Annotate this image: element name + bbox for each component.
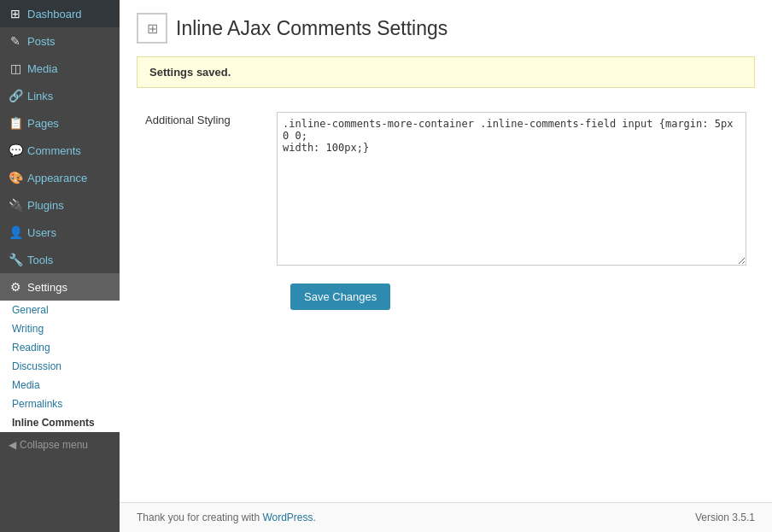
submenu-item-general[interactable]: General <box>0 301 120 319</box>
page-title-area: ⊞ Inline AJax Comments Settings <box>137 13 755 44</box>
styling-input-cell <box>268 105 755 275</box>
form-row-styling: Additional Styling <box>137 105 755 275</box>
notice-text: Settings saved. <box>149 66 231 79</box>
sidebar-label-media: Media <box>27 62 57 75</box>
sidebar-label-links: Links <box>27 90 53 102</box>
submenu-item-reading[interactable]: Reading <box>0 338 120 357</box>
sidebar-label-tools: Tools <box>27 254 53 266</box>
title-icon-glyph: ⊞ <box>147 20 158 37</box>
media-icon: ◫ <box>9 61 22 75</box>
wordpress-link[interactable]: WordPress. <box>262 512 315 523</box>
comments-icon: 💬 <box>9 143 22 157</box>
sidebar-label-dashboard: Dashboard <box>27 8 82 20</box>
sidebar-item-pages[interactable]: 📋 Pages <box>0 109 120 137</box>
pages-icon: 📋 <box>9 116 22 130</box>
page-title: Inline AJax Comments Settings <box>176 17 447 40</box>
sidebar-label-settings: Settings <box>27 281 67 294</box>
sidebar-label-users: Users <box>27 226 56 239</box>
footer-thank-you: Thank you for creating with WordPress. <box>137 512 316 523</box>
form-table: Additional Styling <box>137 105 755 275</box>
sidebar-label-comments: Comments <box>27 144 81 157</box>
sidebar-item-posts[interactable]: ✎ Posts <box>0 27 120 55</box>
links-icon: 🔗 <box>9 89 22 102</box>
sidebar-item-users[interactable]: 👤 Users <box>0 219 120 246</box>
footer-version: Version 3.5.1 <box>695 512 755 523</box>
collapse-label: Collapse menu <box>20 439 88 451</box>
sidebar-item-comments[interactable]: 💬 Comments <box>0 137 120 164</box>
submenu-item-discussion[interactable]: Discussion <box>0 357 120 376</box>
tools-icon: 🔧 <box>9 253 22 266</box>
settings-icon: ⚙ <box>9 280 22 294</box>
sidebar-item-appearance[interactable]: 🎨 Appearance <box>0 164 120 191</box>
users-icon: 👤 <box>9 225 22 239</box>
sidebar-item-dashboard[interactable]: ⊞ Dashboard <box>0 0 120 27</box>
plugins-icon: 🔌 <box>9 198 22 212</box>
save-changes-button[interactable]: Save Changes <box>290 284 390 310</box>
footer-text: Thank you for creating with <box>137 512 262 523</box>
styling-label: Additional Styling <box>137 105 268 275</box>
sidebar-item-links[interactable]: 🔗 Links <box>0 82 120 109</box>
posts-icon: ✎ <box>9 34 22 48</box>
additional-styling-textarea[interactable] <box>277 112 746 266</box>
sidebar-item-media[interactable]: ◫ Media <box>0 55 120 82</box>
sidebar: ⊞ Dashboard ✎ Posts ◫ Media 🔗 Links 📋 Pa… <box>0 0 120 532</box>
collapse-menu-button[interactable]: ◀ Collapse menu <box>0 432 120 458</box>
settings-saved-notice: Settings saved. <box>137 56 755 88</box>
collapse-icon: ◀ <box>9 439 16 451</box>
sidebar-item-plugins[interactable]: 🔌 Plugins <box>0 191 120 219</box>
footer: Thank you for creating with WordPress. V… <box>120 502 772 532</box>
sidebar-item-settings[interactable]: ⚙ Settings <box>0 273 120 301</box>
submenu-item-writing[interactable]: Writing <box>0 319 120 338</box>
sidebar-label-appearance: Appearance <box>27 172 87 184</box>
settings-form: Additional Styling Save Changes <box>137 105 755 310</box>
sidebar-label-plugins: Plugins <box>27 199 64 212</box>
main-content: ⊞ Inline AJax Comments Settings Settings… <box>120 0 772 532</box>
appearance-icon: 🎨 <box>9 171 22 184</box>
page-title-icon: ⊞ <box>137 13 167 44</box>
dashboard-icon: ⊞ <box>9 7 22 20</box>
submenu-item-permalinks[interactable]: Permalinks <box>0 395 120 413</box>
submenu-item-inline-comments[interactable]: Inline Comments <box>0 413 120 432</box>
sidebar-label-posts: Posts <box>27 35 56 48</box>
sidebar-label-pages: Pages <box>27 117 59 130</box>
settings-submenu: General Writing Reading Discussion Media… <box>0 301 120 432</box>
submenu-item-media[interactable]: Media <box>0 376 120 395</box>
content-area: ⊞ Inline AJax Comments Settings Settings… <box>120 0 772 502</box>
sidebar-item-tools[interactable]: 🔧 Tools <box>0 246 120 273</box>
